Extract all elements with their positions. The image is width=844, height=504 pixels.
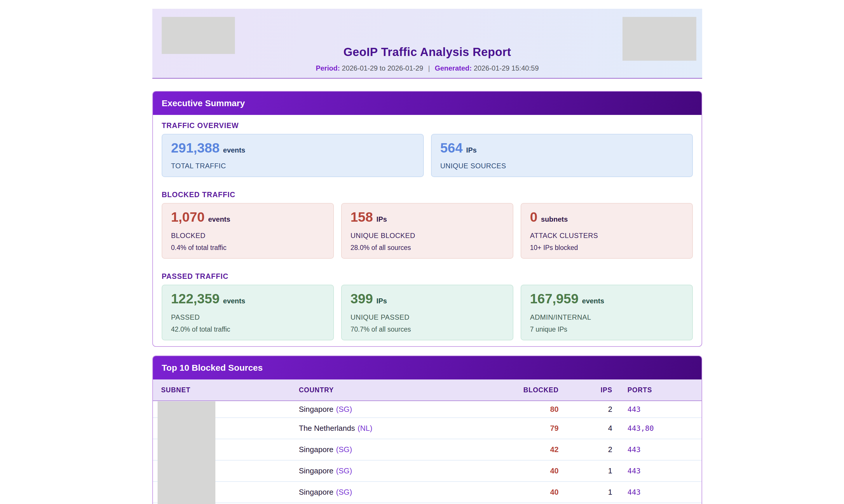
blocked-traffic-cards: 1,070 events BLOCKED 0.4% of total traff… [162,203,693,259]
logo-placeholder-right [622,17,696,61]
column-header-ips: IPS [559,379,612,401]
cell-ips: 2 [559,439,612,460]
country-code: (SG) [336,405,352,414]
stat-unit: events [223,294,245,308]
cell-blocked: 79 [503,418,559,439]
country-code: (NL) [357,424,372,433]
stat-unit: IPs [376,212,387,226]
cell-ports: 443 [612,401,702,418]
stat-unit: events [223,143,245,157]
blocked-sources-title: Top 10 Blocked Sources [153,356,702,379]
cell-country: Singapore(SG) [299,439,503,460]
column-header-blocked: BLOCKED [503,379,559,401]
table-row: The Netherlands(NL) 79 4 443,80 [153,418,702,439]
stat-value: 158 [351,210,373,224]
executive-summary-panel: Executive Summary TRAFFIC OVERVIEW 291,3… [152,91,702,347]
stat-unit: events [208,212,230,226]
cell-blocked: 42 [503,439,559,460]
stat-value: 291,388 [171,141,219,155]
country-name: Singapore [299,405,334,414]
stat-card-blocked: 1,070 events BLOCKED 0.4% of total traff… [162,203,334,259]
period-label: Period: [316,64,340,72]
stat-value: 1,070 [171,210,205,224]
country-code: (SG) [336,445,352,454]
stat-label: BLOCKED [171,232,324,240]
stat-label: PASSED [171,313,324,321]
executive-summary-body: TRAFFIC OVERVIEW 291,388 events TOTAL TR… [153,122,702,346]
cell-ports: 443 [612,460,702,482]
stat-value: 399 [351,292,373,306]
stat-value: 122,359 [171,292,219,306]
stat-sub: 0.4% of total traffic [171,244,324,252]
passed-traffic-cards: 122,359 events PASSED 42.0% of total tra… [162,285,693,340]
cell-ips: 1 [559,460,612,482]
traffic-overview-label: TRAFFIC OVERVIEW [162,122,693,129]
stat-label: UNIQUE BLOCKED [351,232,504,240]
stat-card-passed: 122,359 events PASSED 42.0% of total tra… [162,285,334,340]
stat-label: UNIQUE PASSED [351,313,504,321]
stat-sub: 7 unique IPs [530,325,684,334]
generated-label: Generated: [435,64,472,72]
traffic-overview-cards: 291,388 events TOTAL TRAFFIC 564 IPs UNI… [162,134,693,177]
cell-ports: 443 [612,503,702,504]
country-name: Singapore [299,488,334,497]
cell-ips: 4 [559,418,612,439]
country-name: Singapore [299,445,334,454]
stat-card-unique-blocked: 158 IPs UNIQUE BLOCKED 28.0% of all sour… [341,203,513,259]
cell-ports: 443 [612,439,702,460]
stat-unit: subnets [541,212,568,226]
cell-ips: 2 [559,401,612,418]
stat-label: ATTACK CLUSTERS [530,232,684,240]
subnet-redaction-overlay [158,401,215,504]
passed-traffic-label: PASSED TRAFFIC [162,273,693,280]
cell-blocked: 80 [503,401,559,418]
stat-label: ADMIN/INTERNAL [530,313,684,321]
generated-value: 2026-01-29 15:40:59 [474,64,539,72]
stat-sub: 10+ IPs blocked [530,244,684,252]
cell-country: Singapore(SG) [299,460,503,482]
country-name: Singapore [299,466,334,475]
stat-unit: events [582,294,604,308]
cell-country: Singapore(SG) [299,482,503,503]
period-value: 2026-01-29 to 2026-01-29 [342,64,423,72]
blocked-sources-panel: Top 10 Blocked Sources SUBNET COUNTRY BL… [152,356,702,504]
column-header-ports: PORTS [612,379,702,401]
stat-card-attack-clusters: 0 subnets ATTACK CLUSTERS 10+ IPs blocke… [521,203,693,259]
blocked-sources-table: SUBNET COUNTRY BLOCKED IPS PORTS Singapo… [153,379,702,504]
cell-blocked: 40 [503,482,559,503]
stat-card-unique-sources: 564 IPs UNIQUE SOURCES [431,134,693,177]
meta-separator: | [425,64,433,72]
table-header-row: SUBNET COUNTRY BLOCKED IPS PORTS [153,379,702,401]
cell-blocked: 40 [503,460,559,482]
stat-sub: 28.0% of all sources [351,244,504,252]
column-header-subnet: SUBNET [153,379,299,401]
stat-sub: 70.7% of all sources [351,325,504,334]
table-row: Singapore(SG) 40 1 443 [153,482,702,503]
stat-card-admin-internal: 167,959 events ADMIN/INTERNAL 7 unique I… [521,285,693,340]
stat-value: 564 [440,141,463,155]
stat-label: UNIQUE SOURCES [440,162,684,170]
cell-ips: 1 [559,503,612,504]
cell-ports: 443,80 [612,418,702,439]
executive-summary-title: Executive Summary [153,92,702,115]
table-row: India(IN) 39 1 443 [153,503,702,504]
country-code: (SG) [336,488,352,497]
page-header: GeoIP Traffic Analysis Report Period: 20… [152,9,702,79]
blocked-traffic-label: BLOCKED TRAFFIC [162,191,693,198]
table-row: Singapore(SG) 42 2 443 [153,439,702,460]
report-meta: Period: 2026-01-29 to 2026-01-29 | Gener… [152,64,702,72]
stat-unit: IPs [376,294,387,308]
cell-country: Singapore(SG) [299,401,503,418]
stat-value: 167,959 [530,292,578,306]
logo-placeholder-left [162,17,235,54]
stat-label: TOTAL TRAFFIC [171,162,415,170]
country-code: (SG) [336,466,352,475]
cell-ports: 443 [612,482,702,503]
report-page: GeoIP Traffic Analysis Report Period: 20… [152,9,702,504]
stat-card-total-traffic: 291,388 events TOTAL TRAFFIC [162,134,424,177]
table-row: Singapore(SG) 40 1 443 [153,460,702,482]
column-header-country: COUNTRY [299,379,503,401]
cell-ips: 1 [559,482,612,503]
table-row: Singapore(SG) 80 2 443 [153,401,702,418]
cell-country: India(IN) [299,503,503,504]
